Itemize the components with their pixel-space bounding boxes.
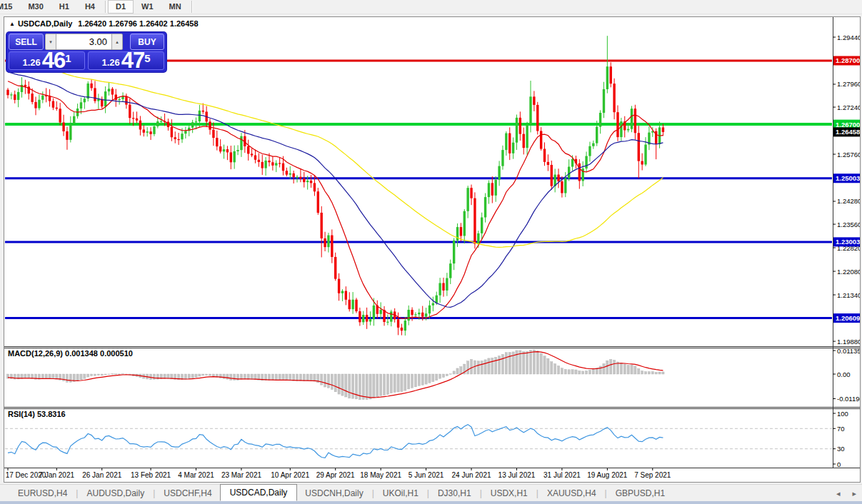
timeframe-button-h4[interactable]: H4 [77,0,103,14]
chart-tab-gbpusd-h1[interactable]: GBPUSD,H1 [608,486,673,500]
price-flag-text-1.23003: 1.23003 [836,238,860,246]
price-flag-text-1.28700: 1.28700 [836,56,860,64]
candlestick-series [6,36,664,336]
window-bottom-edge [0,501,862,504]
date-label-67: 23 Mar 2021 [221,471,262,479]
price-flag-text-1.20609: 1.20609 [836,314,860,322]
timeframe-button-mn[interactable]: MN [161,0,189,14]
date-label-133: 24 Jun 2021 [452,471,491,479]
timeframe-button-w1[interactable]: W1 [134,0,161,14]
macd-axis-0.01135: 0.01135 [837,347,860,355]
timeframe-button-m30[interactable]: M30 [20,0,51,14]
price-flag-text-1.26700: 1.26700 [836,121,860,128]
price-label-1.27960: 1.27960 [837,80,860,88]
chart-tab-xauusd-h4[interactable]: XAUUSD,H4 [539,486,604,500]
price-label-1.21340: 1.21340 [837,291,860,299]
arrow-down-icon: ▾ [49,39,52,44]
buy-price-pip: 5 [144,54,150,64]
price-label-1.24280: 1.24280 [837,197,860,205]
ma-72-line [8,61,663,247]
chart-tab-usdx-h1[interactable]: USDX,H1 [483,486,536,500]
date-label-107: 18 May 2021 [360,471,401,479]
timeframe-button-d1[interactable]: D1 [108,0,134,14]
scroll-tabs-right-icon[interactable]: ▸ [852,489,856,498]
price-label-1.25760: 1.25760 [837,151,860,158]
price-label-1.23560: 1.23560 [837,221,860,228]
chart-tab-audusd-daily[interactable]: AUDUSD,Daily [79,486,152,500]
price-label-1.19880: 1.19880 [837,338,860,346]
toolbar-separator [191,1,192,13]
date-label-94: 29 Apr 2021 [316,471,355,479]
buy-price-prefix: 1.26 [101,56,119,69]
chart-tab-dj30-h1[interactable]: DJ30,H1 [430,486,479,500]
date-label-54: 4 Mar 2021 [178,471,214,479]
price-flag-text-1.25003: 1.25003 [836,174,860,182]
horizontal-level-lines[interactable] [5,61,832,318]
date-label-172: 19 Aug 2021 [587,471,628,479]
date-label-159: 31 Jul 2021 [543,471,581,479]
chart-tab-usdchf-h4[interactable]: USDCHF,H4 [156,486,219,500]
price-label-1.22080: 1.22080 [837,268,860,276]
sell-price-pip: 1 [65,54,71,64]
rsi-axis-100: 100 [837,410,848,418]
rsi-axis-0: 0 [837,460,841,468]
date-label-27: 26 Jan 2021 [82,471,121,479]
macd-label: MACD(12,26,9) 0.001348 0.000510 [8,349,133,358]
timeframe-toolbar: M15M30H1H4D1W1MN [0,0,862,14]
date-label-81: 10 Apr 2021 [271,471,309,479]
sell-button[interactable]: SELL [9,34,44,50]
sell-price-big: 46 [42,51,65,69]
chart-title: ▲USDCAD,Daily1.26420 1.26796 1.26402 1.2… [9,19,199,28]
chart-tab-bar: ◂ ▸ EURUSD,H4|AUDUSD,Daily|USDCHF,H4USDC… [0,484,862,502]
price-label-1.27240: 1.27240 [837,104,860,111]
price-label-1.29440: 1.29440 [837,34,860,41]
collapse-panel-icon[interactable]: ▲ [9,21,15,27]
timeframe-button-h1[interactable]: H1 [51,0,77,14]
chart-symbol-label: USDCAD,Daily [18,19,72,28]
chart-window: ▲USDCAD,Daily1.26420 1.26796 1.26402 1.2… [4,16,861,483]
date-label-146: 13 Jul 2021 [498,471,536,479]
mt4-terminal: M15M30H1H4D1W1MN ▲USDCAD,Daily1.26420 1.… [0,0,862,504]
price-axis[interactable]: 1.294401.279601.272401.257601.242801.235… [833,34,860,468]
chart-ohlc-values: 1.26420 1.26796 1.26402 1.26458 [78,19,198,28]
chart-canvas[interactable]: 1.294401.279601.272401.257601.242801.235… [4,17,860,482]
buy-price-quote[interactable]: 1.26 47 5 [88,51,164,70]
chart-tab-eurusd-h4[interactable]: EURUSD,H4 [10,486,75,500]
date-label-41: 13 Feb 2021 [131,471,171,479]
current-price-text: 1.26458 [836,128,860,136]
date-label-185: 7 Sep 2021 [634,471,671,479]
ma-13-line [8,81,663,318]
chart-tab-usdcnh-daily[interactable]: USDCNH,Daily [297,486,371,500]
date-label-120: 5 Jun 2021 [409,471,444,479]
sell-price-prefix: 1.26 [22,56,40,69]
chart-tab-usdcad-daily[interactable]: USDCAD,Daily [220,484,298,501]
rsi-axis-30: 30 [837,445,845,453]
scroll-tabs-left-icon[interactable]: ◂ [836,489,841,498]
rsi-label: RSI(14) 53.8316 [8,410,66,418]
timeframe-button-m15[interactable]: M15 [0,0,20,14]
arrow-up-icon: ▴ [116,39,119,44]
date-axis[interactable]: 17 Dec 20207 Jan 202126 Jan 202113 Feb 2… [6,468,671,479]
tab-scroll-arrows: ◂ ▸ [826,489,856,498]
sell-price-quote[interactable]: 1.26 46 1 [9,51,85,70]
buy-price-big: 47 [121,51,144,69]
date-label-14: 7 Jan 2021 [39,471,75,479]
one-click-trading-panel: SELL ▾ ▴ BUY 1.26 46 1 1.26 47 5 [6,32,166,72]
macd-axis--0.01190: -0.01190 [837,395,860,403]
rsi-line [8,425,663,458]
macd-axis-0.00: 0.00 [837,371,851,378]
toolbar-separator [105,1,106,13]
rsi-axis-70: 70 [837,425,845,433]
chart-tab-ukoil-h1[interactable]: UKOil,H1 [375,486,426,500]
